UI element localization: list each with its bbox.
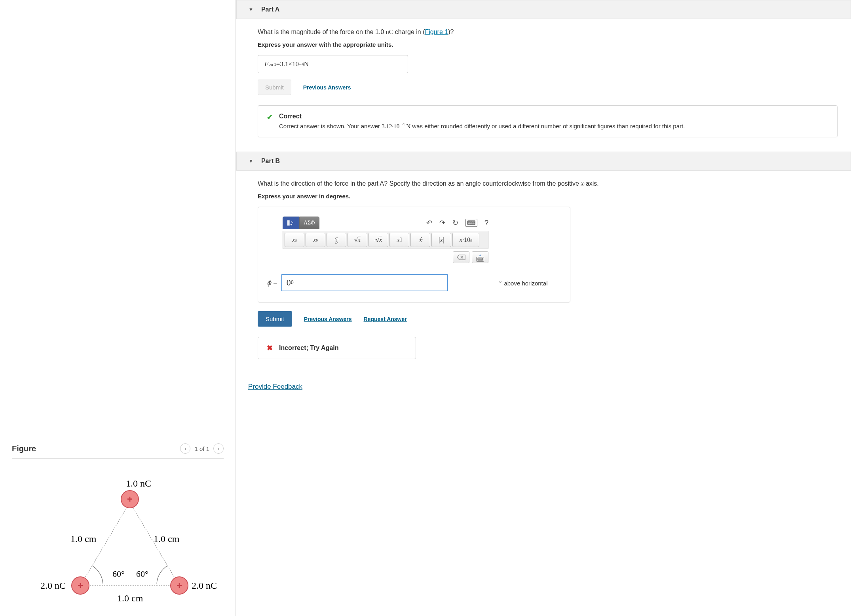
part-b-previous-answers-link[interactable]: Previous Answers	[304, 316, 352, 322]
side-left-label: 1.0 cm	[70, 534, 97, 544]
vector-button[interactable]: x⃗	[389, 233, 409, 247]
keyboard-icon[interactable]: ⌨	[465, 219, 477, 227]
angle-right-label: 60°	[136, 569, 148, 579]
x-icon: ✖	[267, 344, 273, 352]
part-b-instruction: Express your answer in degrees.	[258, 193, 838, 200]
superscript-button[interactable]: xa	[285, 233, 304, 247]
hat-button[interactable]: x̂	[410, 233, 430, 247]
figure-panel: Figure ‹ 1 of 1 › 1.0 nC 1.0 cm 1.0 cm	[12, 443, 224, 609]
backspace-button[interactable]	[453, 251, 469, 263]
undo-icon[interactable]: ↶	[426, 219, 432, 227]
charge-top-label: 1.0 nC	[126, 478, 151, 489]
part-a-answer-display: Fon 1 = 3.1×10−4 N	[258, 55, 408, 73]
part-a-title: Part A	[261, 6, 280, 13]
unit-suffix: ○above horizontal	[499, 279, 548, 287]
figure-image: 1.0 nC 1.0 cm 1.0 cm 60° 60° + + +	[12, 475, 224, 609]
angle-left-label: 60°	[112, 569, 125, 579]
charge-left-label: 2.0 nC	[40, 580, 66, 591]
caret-down-icon: ▼	[249, 158, 253, 164]
svg-rect-9	[287, 220, 290, 225]
charge-right-label: 2.0 nC	[192, 580, 217, 591]
answer-input[interactable]: 00	[281, 274, 448, 291]
fraction-button[interactable]: ab	[327, 233, 346, 247]
part-a-previous-answers-link[interactable]: Previous Answers	[303, 84, 351, 91]
keyboard-shortcut-button[interactable]: ▲ ⌨	[472, 251, 488, 263]
pager-prev-button[interactable]: ‹	[180, 443, 190, 454]
figure-link[interactable]: Figure 1	[425, 29, 448, 35]
part-a-submit-button: Submit	[258, 80, 291, 95]
base-label: 1.0 cm	[117, 593, 143, 603]
part-b-title: Part B	[261, 158, 280, 165]
subscript-button[interactable]: xb	[306, 233, 325, 247]
caret-down-icon: ▼	[249, 7, 253, 12]
svg-text:+: +	[77, 580, 83, 591]
provide-feedback-link[interactable]: Provide Feedback	[248, 383, 302, 391]
part-b-feedback: ✖ Incorrect; Try Again	[258, 337, 416, 359]
part-a-instruction: Express your answer with the appropriate…	[258, 41, 838, 48]
sqrt-button[interactable]: √x	[348, 233, 367, 247]
equation-editor: n ΑΣΦ ↶ ↷ ↻ ⌨ ? xa xb ab	[258, 207, 570, 302]
check-icon: ✔	[267, 113, 273, 122]
figure-title: Figure	[12, 444, 36, 453]
part-b-submit-button[interactable]: Submit	[258, 311, 292, 327]
greek-tab[interactable]: ΑΣΦ	[299, 217, 319, 229]
pager-next-button[interactable]: ›	[213, 443, 224, 454]
scinotation-button[interactable]: x·10n	[452, 233, 479, 247]
feedback-title: Correct	[279, 113, 685, 120]
part-a-question: What is the magnitude of the force on th…	[258, 29, 838, 36]
help-icon[interactable]: ?	[484, 219, 488, 227]
svg-text:+: +	[127, 494, 132, 504]
svg-text:+: +	[176, 580, 182, 591]
side-right-label: 1.0 cm	[154, 534, 180, 544]
pager-text: 1 of 1	[194, 445, 209, 452]
reset-icon[interactable]: ↻	[452, 219, 458, 227]
feedback-text: Correct answer is shown. Your answer 3.1…	[279, 122, 685, 130]
part-b-header[interactable]: ▼ Part B	[236, 152, 851, 171]
part-a-header[interactable]: ▼ Part A	[236, 0, 851, 19]
request-answer-link[interactable]: Request Answer	[364, 316, 407, 322]
abs-button[interactable]: |x|	[431, 233, 451, 247]
nthroot-button[interactable]: n√x	[369, 233, 388, 247]
templates-tab[interactable]: n	[283, 217, 299, 229]
redo-icon[interactable]: ↷	[439, 219, 445, 227]
figure-pager: ‹ 1 of 1 ›	[180, 443, 224, 454]
phi-label: ϕ =	[267, 279, 277, 287]
part-b-question: What is the direction of the force in th…	[258, 180, 838, 187]
part-a-feedback: ✔ Correct Correct answer is shown. Your …	[258, 105, 838, 137]
feedback-title: Incorrect; Try Again	[279, 344, 339, 352]
